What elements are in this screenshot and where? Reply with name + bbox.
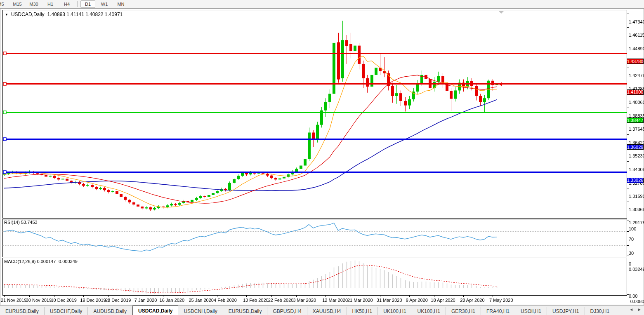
date-axis-label: 31 Mar 2020 [377,298,402,303]
date-axis-label: 22 Feb 2020 [268,298,294,303]
price-chart-canvas[interactable] [0,8,644,305]
symbol-tab-eurusd-5[interactable]: EURUSD,Daily [223,307,268,315]
hline-price-badge: 1.33026 [627,178,644,183]
price-axis-label: 1.40060 [629,100,644,105]
chart-title: ▼ USDCAD,Daily 1.40893 1.41141 1.40822 1… [5,12,123,17]
hline-price-badge: 1.36029 [627,144,644,150]
macd-axis-label: 0.00 [629,294,637,299]
date-axis-label: 7 May 2020 [489,298,513,303]
date-axis-label: 12 Mar 2020 [322,298,348,303]
date-axis-label: 4 Feb 2020 [214,298,237,303]
rsi-axis-label: 30 [629,251,634,256]
tab-scroll-right-icon[interactable]: ► [637,307,642,312]
date-axis-label: 16 Jan 2020 [160,298,185,303]
symbol-tab-uk100-9[interactable]: UK100,H1 [378,307,412,315]
hline-price-badge: 1.38447 [627,118,644,123]
date-axis-label: 28 Dec 2019 [105,298,131,303]
date-axis-label: 21 Mar 2020 [347,298,373,303]
chart-ohlc-values: 1.40893 1.41141 1.40822 1.40971 [47,12,123,17]
price-axis-label: 1.42475 [629,73,644,78]
date-axis-label: 21 Nov 2019 [1,298,26,303]
macd-indicator-label: MACD(12,26,9) 0.000147 -0.000349 [4,259,78,264]
price-axis-label: 1.29175 [629,220,644,225]
timeframe-button-mn[interactable]: MN [113,0,128,8]
hline-price-badge: 1.43780 [627,59,644,64]
timeframe-toolbar: M5M15M30H1H4D1W1MN [0,0,644,9]
tab-scroll-left-icon[interactable]: ◄ [629,307,633,312]
ohlc-toggle-icon[interactable]: ▼ [5,13,8,16]
price-axis-label: 1.37645 [629,127,644,132]
date-axis-label: 25 Jan 2020 [189,298,214,303]
symbol-tab-dj30-15[interactable]: DJ30,H1 [585,307,616,315]
date-axis-label: 28 Apr 2020 [460,298,484,303]
symbol-tab-uk100-10[interactable]: UK100,H1 [412,307,446,315]
hline-price-badge: 1.41000 [627,89,644,95]
symbol-tab-eurusd-0[interactable]: EURUSD,Daily [0,307,45,315]
mt4-terminal-window: M5M15M30H1H4D1W1MN ▼ USDCAD,Daily 1.4089… [0,0,644,315]
symbol-tab-bar: EURUSD,DailyUSDCHF,DailyAUDUSD,DailyUSDC… [0,305,644,315]
price-axis-label: 1.44890 [629,46,644,51]
date-axis-label: 3 Mar 2020 [293,298,316,303]
date-axis-label: 10 Dec 2019 [51,298,76,303]
price-axis-label: 1.35230 [629,153,644,158]
date-axis-label: 13 Feb 2020 [243,298,269,303]
chart-symbol-label: USDCAD,Daily [11,12,45,17]
date-axis-label: 7 Jan 2020 [134,298,157,303]
symbol-tab-fra40-12[interactable]: FRA40,H1 [481,307,515,315]
tab-nav-arrows: ◄ ► [629,307,642,312]
symbol-tab-xauusd-7[interactable]: XAUUSD,H4 [307,307,347,315]
macd-axis-label: 0.032493 [629,267,644,272]
price-axis-label: 1.47340 [629,19,644,24]
macd-axis-label: -0.00808 [629,299,644,304]
toolbar-divider [77,1,78,7]
rsi-indicator-label: RSI(14) 53.7453 [4,220,38,225]
rsi-axis-label: 70 [629,237,634,242]
symbol-tab-usdchf-1[interactable]: USDCHF,Daily [45,307,88,315]
date-axis-label: 19 Dec 2019 [80,298,106,303]
rsi-axis-label: 0 [629,261,631,266]
price-axis-label: 1.46115 [629,33,644,38]
date-axis-label: 30 Nov 2019 [26,298,52,303]
rsi-axis-label: 100 [629,226,636,231]
symbol-tab-usdcad-3[interactable]: USDCAD,Daily [132,306,178,315]
symbol-tab-usoil-13[interactable]: USOil,H1 [515,307,547,315]
symbol-tab-usdcnh-4[interactable]: USDCNH,Daily [178,307,223,315]
price-axis-label: 1.30365 [629,207,644,212]
symbol-tab-audusd-2[interactable]: AUDUSD,Daily [88,307,132,315]
date-axis-label: 18 Apr 2020 [431,298,455,303]
timeframe-button-m5[interactable]: M5 [0,0,8,8]
chart-window: ▼ USDCAD,Daily 1.40893 1.41141 1.40822 1… [0,8,644,305]
date-axis-label: 9 Apr 2020 [406,298,428,303]
symbol-tab-hk50-8[interactable]: HK50,H1 [347,307,378,315]
price-axis-label: 1.31590 [629,194,644,199]
timeframe-button-d1[interactable]: D1 [80,0,95,8]
timeframe-button-m30[interactable]: M30 [26,0,41,8]
price-axis-label: 1.34005 [629,167,644,172]
timeframe-button-h4[interactable]: H4 [59,0,74,8]
symbol-tab-usdjpy-14[interactable]: USDJPY,H1 [547,307,585,315]
symbol-tab-gbpusd-6[interactable]: GBPUSD,H4 [267,307,307,315]
timeframe-button-m15[interactable]: M15 [10,0,25,8]
timeframe-button-h1[interactable]: H1 [43,0,58,8]
symbol-tab-ger30-11[interactable]: GER30,H1 [446,307,481,315]
timeframe-button-w1[interactable]: W1 [97,0,112,8]
